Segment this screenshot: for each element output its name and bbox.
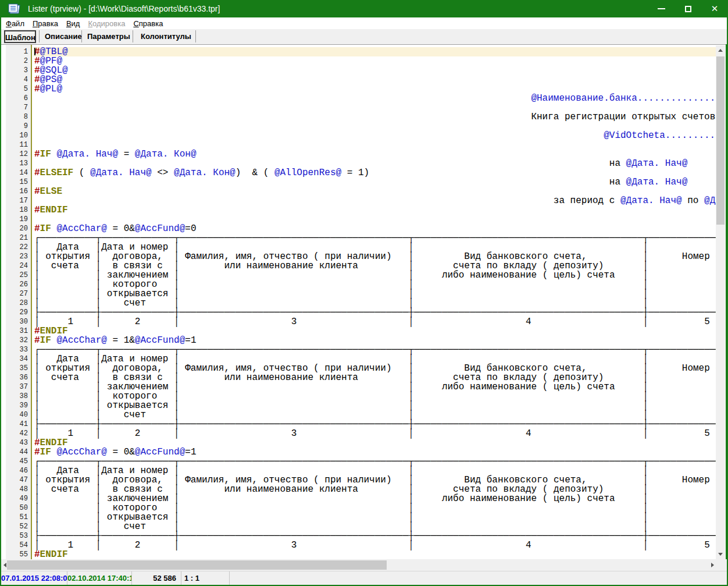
tab-separator [39,30,40,42]
code-line: │ │ открывается │ │ │ [33,513,716,522]
lister-window: Lister (tprview) - [d:\Work\Diasoft\Repo… [0,0,728,586]
line-number: 9 [6,122,28,131]
line-number: 4 [6,75,28,84]
code-line: #@TBL@ [33,47,716,56]
line-number: 36 [6,373,28,382]
close-button[interactable]: ✕ [701,0,728,17]
code-line: #ENDIF [33,438,716,448]
code-line: │ │ заключением │ │ либо наименование ( … [33,382,716,392]
line-number: 28 [6,299,28,308]
line-number: 13 [6,159,28,168]
line-number: 15 [6,177,28,187]
status-position: 1 : 1 [181,571,230,585]
scroll-up-icon[interactable] [718,49,723,52]
tab-separator [81,30,82,42]
code-line: │ счета │ в связи с │ или наименование к… [33,373,716,382]
line-number: 47 [6,475,28,485]
code-line [33,103,716,112]
code-line: │ │ которого │ │ │ [33,503,716,513]
status-view-date: 02.10.2014 17:40:12 [67,571,132,585]
maximize-button[interactable] [675,0,701,17]
code-line: ┌──────────┬─────────────┬──────────────… [33,457,716,466]
line-number: 8 [6,112,28,122]
line-number: 10 [6,131,28,140]
code-line: │ открытия │ договора, │ Фамилия, имя, о… [33,252,716,261]
minimize-button[interactable] [648,0,675,17]
line-number: 42 [6,429,28,438]
code-line: #ELSEIF ( @Дата. Нач@ <> @Дата. Кон@) & … [33,168,716,177]
code-line: │ 1 │ 2 │ 3 │ 4 │ 5 [33,541,716,550]
tab-bar: ШаблонОписаниеПараметрыКолонтитулы [1,29,727,44]
status-file-date: 07.01.2015 22:08:00 [1,571,67,585]
line-number: 32 [6,336,28,345]
menu-item-Правка[interactable]: Правка [33,19,58,28]
menu-item-Файл[interactable]: Файл [6,19,24,28]
line-number: 7 [6,103,28,112]
window-controls: ✕ [648,0,728,17]
line-number: 3 [6,66,28,75]
code-line: │ Дата │Дата и номер │ │ │ [33,243,716,252]
line-number: 54 [6,541,28,550]
line-number: 11 [6,140,28,150]
line-number: 14 [6,168,28,177]
tab-Шаблон[interactable]: Шаблон [4,30,36,43]
line-number: 39 [6,401,28,410]
line-number: 38 [6,392,28,401]
text-caret [34,48,35,55]
scroll-down-icon[interactable] [718,553,723,556]
menu-item-Вид[interactable]: Вид [66,19,80,28]
code-line: │ │ счет │ │ │ [33,410,716,420]
code-line: #@SQL@ [33,66,716,75]
line-number: 35 [6,364,28,373]
title-bar[interactable]: Lister (tprview) - [d:\Work\Diasoft\Repo… [0,0,728,17]
tab-Описание[interactable]: Описание [45,30,82,43]
close-icon: ✕ [711,5,719,13]
code-line: #IF @AccChar@ = 0&@AccFund@=0 [33,224,716,233]
code-line [33,215,716,224]
line-number: 21 [6,233,28,243]
horizontal-scrollbar[interactable] [1,559,727,571]
line-number: 37 [6,382,28,392]
code-line: │ Дата │Дата и номер │ │ │ [33,354,716,364]
line-number: 20 [6,224,28,233]
code-line: │ │ счет │ │ │ [33,522,716,531]
horizontal-scroll-thumb[interactable] [7,560,387,570]
code-line: за период с @Дата. Нач@ по @Дата. Кон@ [33,196,716,205]
line-number: 2 [6,56,28,66]
code-line: #@PF@ [33,56,716,66]
line-number: 6 [6,94,28,103]
vertical-scrollbar[interactable] [716,45,725,559]
line-number: 55 [6,550,28,559]
code-line: ┌──────────┬─────────────┬──────────────… [33,233,716,243]
editor[interactable]: 1234567891011121314151617181920212223242… [1,44,726,559]
code-line: #ENDIF [33,550,716,559]
status-empty [230,571,727,585]
line-number: 40 [6,410,28,420]
line-number: 52 [6,522,28,531]
code-line: │ │ открывается │ │ │ [33,401,716,410]
code-line: Книга регистрации открытых счетов [33,112,716,122]
code-line: @Наименование.банка.....................… [33,94,716,103]
line-number: 24 [6,261,28,271]
line-number: 16 [6,187,28,196]
code-line: │ открытия │ договора, │ Фамилия, имя, о… [33,475,716,485]
menu-item-Справка[interactable]: Справка [133,19,163,28]
code-line: #IF @Дата. Нач@ = @Дата. Кон@ [33,150,716,159]
app-icon [8,3,21,15]
maximize-icon [685,6,691,12]
code-line: #@PL@ [33,84,716,94]
scroll-left-icon[interactable] [3,563,6,567]
code-area[interactable]: #@TBL@#@PF@#@SQL@#@PS@#@PL@@Наименование… [33,47,716,559]
tab-Колонтитулы[interactable]: Колонтитулы [141,30,191,43]
code-line: │ │ которого │ │ │ [33,280,716,289]
gutter-separator [31,45,32,559]
line-number: 43 [6,438,28,448]
vertical-scroll-thumb[interactable] [716,56,725,225]
tab-Параметры[interactable]: Параметры [87,30,130,43]
line-number: 51 [6,513,28,522]
code-line: │ 1 │ 2 │ 3 │ 4 │ 5 [33,429,716,438]
line-number: 1 [6,47,28,56]
menu-item-Кодировка[interactable]: Кодировка [88,19,125,28]
scroll-right-icon[interactable] [711,563,714,567]
code-line [33,140,716,150]
